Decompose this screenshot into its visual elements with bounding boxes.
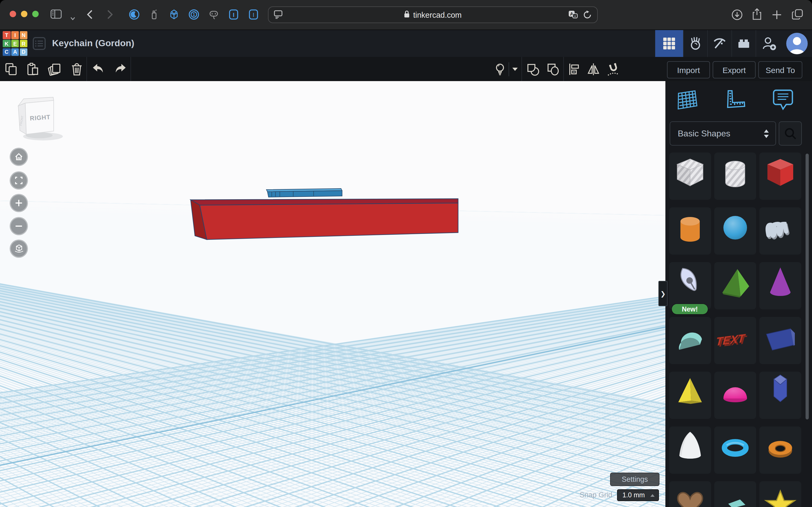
zoom-in-button[interactable] bbox=[10, 194, 28, 212]
design-title[interactable]: Keychain (Gordon) bbox=[52, 30, 134, 57]
logo-tile: I bbox=[11, 31, 19, 39]
show-hide-dropdown-caret[interactable] bbox=[511, 62, 519, 76]
send-to-button[interactable]: Send To bbox=[758, 61, 802, 78]
blocks-view-button[interactable] bbox=[655, 30, 683, 57]
perspective-toggle-button[interactable] bbox=[10, 239, 28, 258]
box-extension-icon[interactable] bbox=[169, 9, 179, 22]
red-box[interactable] bbox=[191, 199, 458, 239]
shape-roof[interactable] bbox=[714, 262, 756, 309]
logo-tile: R bbox=[19, 40, 27, 48]
brick-export-button[interactable] bbox=[732, 30, 756, 57]
notes-tool[interactable] bbox=[771, 88, 795, 112]
minecraft-export-button[interactable] bbox=[707, 30, 732, 57]
workplane-tool[interactable] bbox=[675, 88, 699, 112]
snap-grid-select[interactable]: 1.0 mm bbox=[617, 489, 659, 501]
lock-icon bbox=[404, 10, 410, 19]
url-text: tinkercad.com bbox=[413, 10, 462, 19]
capital-i-2-extension-icon[interactable]: I bbox=[248, 9, 259, 22]
shape-scribble[interactable] bbox=[759, 207, 801, 255]
dark-mode-extension-icon[interactable] bbox=[129, 9, 139, 22]
back-button[interactable] bbox=[86, 9, 94, 22]
shape-half-sphere[interactable] bbox=[714, 372, 756, 419]
magnet-snap-button[interactable] bbox=[606, 62, 621, 76]
fit-view-button[interactable] bbox=[10, 171, 28, 189]
export-button[interactable]: Export bbox=[713, 61, 756, 78]
shape-search-button[interactable] bbox=[779, 121, 802, 146]
capital-i-extension-icon[interactable]: I bbox=[228, 9, 239, 22]
zoom-out-button[interactable] bbox=[10, 217, 28, 235]
shape-wedge[interactable] bbox=[759, 317, 801, 364]
duplicate-button[interactable] bbox=[47, 62, 62, 76]
downloads-icon[interactable] bbox=[732, 9, 743, 22]
close-window-button[interactable] bbox=[10, 11, 16, 17]
invite-collaborator-button[interactable] bbox=[756, 30, 782, 57]
forward-button[interactable] bbox=[106, 9, 114, 22]
undo-button[interactable] bbox=[91, 62, 105, 76]
panel-collapse-handle[interactable]: ❯ bbox=[658, 281, 668, 306]
mirror-button[interactable] bbox=[586, 62, 600, 76]
shape-tube[interactable] bbox=[759, 427, 801, 474]
align-button[interactable] bbox=[567, 62, 581, 76]
new-tab-icon[interactable] bbox=[772, 10, 782, 22]
shape-box[interactable] bbox=[759, 153, 801, 200]
tinkercad-logo[interactable]: TINKERCAD bbox=[3, 31, 28, 56]
plug-extension-icon[interactable] bbox=[209, 9, 219, 22]
delete-button[interactable] bbox=[69, 62, 84, 76]
import-button[interactable]: Import bbox=[667, 61, 710, 78]
sidebar-toggle-icon[interactable] bbox=[51, 9, 62, 21]
shape-text[interactable]: TEXTTEXT bbox=[714, 317, 756, 364]
shape-round-roof[interactable] bbox=[669, 317, 711, 364]
shape-paraboloid[interactable] bbox=[669, 427, 711, 474]
profile-avatar[interactable] bbox=[782, 30, 812, 57]
settings-button[interactable]: Settings bbox=[610, 472, 659, 486]
home-view-button[interactable] bbox=[10, 148, 28, 166]
copy-button[interactable] bbox=[4, 62, 18, 76]
viewport-3d[interactable]: RIGHT FRONT bbox=[0, 81, 665, 507]
one-password-extension-icon[interactable]: 1 bbox=[188, 9, 199, 22]
plus-icon bbox=[14, 198, 23, 208]
snap-grid-label: Snap Grid bbox=[553, 491, 612, 499]
ruler-tool[interactable] bbox=[722, 88, 747, 112]
shape-torus[interactable] bbox=[714, 427, 756, 474]
show-hide-button[interactable] bbox=[492, 62, 507, 76]
edit-toolbar: Import Export Send To bbox=[0, 57, 812, 81]
logo-tile: K bbox=[3, 40, 10, 48]
svg-text:I: I bbox=[253, 11, 254, 18]
maximize-window-button[interactable] bbox=[32, 11, 39, 17]
translate-icon[interactable]: Ax bbox=[568, 10, 578, 21]
shape-shape-partial[interactable] bbox=[714, 481, 756, 507]
spray-extension-icon[interactable] bbox=[149, 9, 160, 22]
tab-overview-icon[interactable] bbox=[792, 9, 803, 22]
logo-tile: T bbox=[3, 31, 10, 39]
minimize-window-button[interactable] bbox=[21, 11, 27, 17]
paste-button[interactable] bbox=[25, 62, 40, 76]
shape-heart[interactable] bbox=[669, 481, 711, 507]
sidebar-chevron-down-icon[interactable] bbox=[70, 13, 75, 22]
grid-icon bbox=[663, 37, 676, 50]
shape-cone[interactable] bbox=[759, 262, 801, 309]
blue-shape[interactable] bbox=[267, 188, 342, 197]
shape-pyramid[interactable] bbox=[669, 372, 711, 419]
shape-category-select[interactable]: Basic Shapes bbox=[670, 121, 776, 146]
shape-polygon[interactable] bbox=[759, 372, 801, 419]
sim-lab-button[interactable] bbox=[683, 30, 707, 57]
reload-icon[interactable] bbox=[583, 10, 592, 21]
shape-star[interactable] bbox=[759, 481, 801, 507]
ruler-icon bbox=[723, 89, 746, 111]
svg-text:I: I bbox=[233, 11, 234, 18]
panel-scrollbar[interactable] bbox=[806, 154, 809, 419]
shape-sketch[interactable] bbox=[669, 262, 711, 309]
view-cube[interactable]: RIGHT FRONT bbox=[18, 97, 63, 140]
share-icon[interactable] bbox=[752, 8, 762, 22]
app-header: TINKERCAD Keychain (Gordon) bbox=[0, 30, 812, 57]
redo-button[interactable] bbox=[113, 62, 127, 76]
group-button[interactable] bbox=[525, 62, 540, 76]
ungroup-button[interactable] bbox=[545, 62, 560, 76]
notes-icon bbox=[772, 89, 794, 111]
shape-sphere[interactable] bbox=[714, 207, 756, 255]
address-bar[interactable]: tinkercad.com Ax bbox=[268, 6, 598, 23]
shape-cylinder[interactable] bbox=[669, 207, 711, 255]
shape-cylinder-hole[interactable] bbox=[714, 153, 756, 200]
shape-box-hole[interactable] bbox=[669, 153, 711, 200]
design-menu-icon[interactable] bbox=[32, 37, 46, 53]
